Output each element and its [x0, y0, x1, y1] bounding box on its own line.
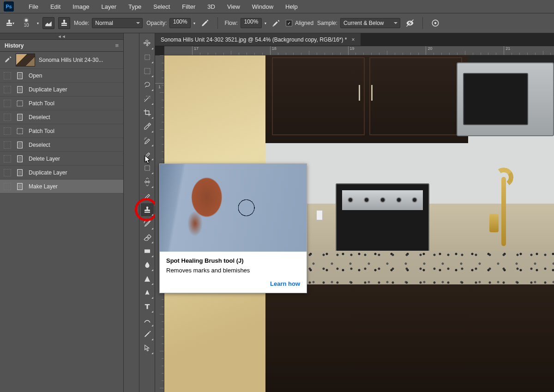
- move-icon: [143, 39, 151, 48]
- tool-clone-stamp[interactable]: [141, 203, 154, 216]
- collapsed-panel-strip[interactable]: [124, 33, 139, 392]
- history-panel: ◄◄ History ≡ Sonoma Hills Unit 24-30... …: [0, 33, 124, 392]
- tool-brush[interactable]: [141, 189, 154, 202]
- airbrush-button[interactable]: [270, 17, 282, 29]
- wand-icon: [143, 95, 151, 103]
- tool-gradient[interactable]: [141, 245, 154, 258]
- clone-source-panel-button[interactable]: [58, 17, 70, 29]
- menu-type[interactable]: Type: [123, 1, 147, 12]
- menu-window[interactable]: Window: [247, 1, 279, 12]
- mouse-cursor: [145, 155, 152, 164]
- pressure-size-button[interactable]: [429, 17, 441, 29]
- tool-path-select[interactable]: [141, 342, 154, 355]
- history-state-label: Patch Tool: [29, 128, 54, 134]
- document-icon: [15, 169, 25, 177]
- history-source-toggle[interactable]: [4, 127, 11, 135]
- lasso-icon: [143, 81, 151, 89]
- tool-marquee[interactable]: [141, 65, 154, 78]
- opacity-input[interactable]: 100%: [169, 18, 191, 28]
- tool-wand[interactable]: [141, 92, 154, 105]
- menu-3d[interactable]: 3D: [202, 1, 221, 12]
- tooltip-learn-link[interactable]: Learn how: [160, 278, 307, 293]
- eyedropper-icon: [143, 122, 151, 131]
- panel-collapse-handle[interactable]: ◄◄: [0, 33, 123, 40]
- tool-crop[interactable]: [141, 106, 154, 119]
- sample-value: Current & Below: [343, 20, 384, 26]
- tool-spot-heal[interactable]: [141, 134, 154, 147]
- history-state[interactable]: Open: [0, 69, 123, 83]
- history-source-toggle[interactable]: [4, 183, 11, 190]
- tool-dodge[interactable]: [141, 272, 154, 285]
- sample-select[interactable]: Current & Below: [340, 18, 400, 28]
- aligned-checkbox[interactable]: ✓: [286, 20, 292, 26]
- ignore-adjustment-button[interactable]: [404, 17, 416, 29]
- history-tab[interactable]: History ≡: [0, 40, 123, 52]
- tool-type[interactable]: [141, 300, 154, 313]
- patch-icon: [15, 127, 25, 135]
- brush-panel-icon: [44, 19, 53, 27]
- history-source-toggle[interactable]: [4, 100, 11, 107]
- aligned-checkbox-group[interactable]: ✓ Aligned: [286, 20, 313, 26]
- history-state[interactable]: Duplicate Layer: [0, 166, 123, 180]
- history-state-label: Deselect: [29, 114, 50, 121]
- history-source-toggle[interactable]: [4, 86, 11, 93]
- tool-na2[interactable]: [141, 314, 154, 327]
- svg-rect-36: [145, 249, 150, 253]
- history-source-toggle[interactable]: [4, 72, 11, 79]
- tool-eraser[interactable]: [141, 231, 154, 244]
- panel-menu-icon[interactable]: ≡: [115, 42, 119, 49]
- history-source-toggle[interactable]: [4, 169, 11, 176]
- svg-rect-11: [17, 101, 23, 106]
- tool-content-aware-move[interactable]: [141, 175, 154, 188]
- tool-move[interactable]: [141, 37, 154, 50]
- tool-blur[interactable]: [141, 259, 154, 271]
- close-document-button[interactable]: ×: [352, 36, 355, 43]
- eraser-icon: [143, 233, 151, 241]
- history-state[interactable]: Patch Tool: [0, 124, 123, 138]
- history-state[interactable]: Deselect: [0, 138, 123, 152]
- stamp-icon: [60, 19, 68, 27]
- menu-filter[interactable]: Filter: [176, 1, 201, 12]
- menu-help[interactable]: Help: [280, 1, 303, 12]
- document-tab[interactable]: Sonoma Hills Unit 24-302 3521.jpg @ 54.4…: [155, 33, 361, 46]
- history-source-icon[interactable]: [4, 55, 12, 65]
- history-state-label: Deselect: [29, 142, 50, 148]
- toggle-brush-panel-button[interactable]: [42, 17, 54, 29]
- ruler-tick: 19: [348, 46, 355, 55]
- snapshot-label: Sonoma Hills Unit 24-30...: [39, 57, 103, 63]
- history-source-toggle[interactable]: [4, 141, 11, 149]
- menu-image[interactable]: Image: [67, 1, 95, 12]
- menu-file[interactable]: File: [23, 1, 44, 12]
- history-source-toggle[interactable]: [4, 114, 11, 121]
- airbrush-icon: [272, 19, 280, 27]
- pressure-opacity-button[interactable]: [199, 17, 211, 29]
- blur-icon: [143, 261, 151, 269]
- menu-view[interactable]: View: [222, 1, 246, 12]
- mode-select[interactable]: Normal: [92, 18, 143, 28]
- tool-history-brush[interactable]: [141, 217, 154, 230]
- tool-eyedropper[interactable]: [141, 120, 154, 133]
- history-state-label: Delete Layer: [29, 156, 60, 162]
- ruler-horizontal[interactable]: 1718192021: [164, 46, 554, 55]
- ruler-tick: 1: [155, 83, 164, 89]
- history-state[interactable]: Delete Layer: [0, 152, 123, 166]
- tool-pen[interactable]: [141, 328, 154, 341]
- history-state[interactable]: Make Layer: [0, 180, 123, 193]
- flow-input[interactable]: 100%: [241, 18, 262, 28]
- current-tool-icon[interactable]: ▾: [4, 17, 16, 29]
- history-state[interactable]: Patch Tool: [0, 96, 123, 110]
- menu-select[interactable]: Select: [148, 1, 175, 12]
- history-source-toggle[interactable]: [4, 155, 11, 163]
- document-icon: [15, 155, 25, 163]
- tool-lasso[interactable]: [141, 78, 154, 91]
- content-aware-move-icon: [143, 178, 151, 186]
- history-state[interactable]: Duplicate Layer: [0, 83, 123, 96]
- menu-layer[interactable]: Layer: [96, 1, 122, 12]
- tool-artboard[interactable]: [141, 51, 154, 64]
- history-title: History: [5, 42, 24, 49]
- tool-pen-na[interactable]: [141, 286, 154, 299]
- history-state[interactable]: Deselect: [0, 110, 123, 124]
- menu-edit[interactable]: Edit: [45, 1, 66, 12]
- history-snapshot[interactable]: Sonoma Hills Unit 24-30...: [0, 52, 123, 69]
- brush-preset-picker[interactable]: 10: [19, 16, 33, 30]
